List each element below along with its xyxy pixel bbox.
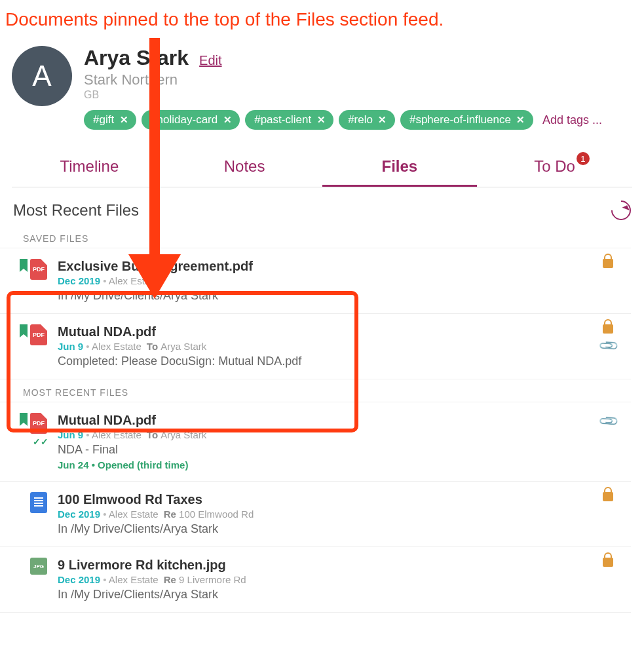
attachment-icon: 📎 [597,334,620,357]
profile-header: A Arya Stark Edit Stark Northern GB #gif… [0,34,644,130]
tag-label: #gift [93,113,114,126]
file-name: 100 Elmwood Rd Taxes [58,492,598,507]
tag-label: #relo [348,113,373,126]
svg-marker-1 [128,254,181,299]
tab-todo-label: To Do [534,157,575,175]
pdf-icon: PDF [30,324,47,345]
tag[interactable]: #past-client✕ [245,110,333,130]
tabs: Timeline Notes Files To Do 1 [12,157,632,187]
tag-remove-icon[interactable]: ✕ [221,114,233,126]
file-name: Mutual NDA.pdf [58,413,598,428]
file-name: Mutual NDA.pdf [58,324,598,339]
lock-icon [603,492,613,501]
pdf-icon: PDF [30,259,47,280]
bookmark-icon [20,259,28,272]
recent-files-label: MOST RECENT FILES [0,379,631,402]
todo-badge: 1 [577,152,590,165]
saved-files-label: SAVED FILES [0,225,631,248]
checkmark-icon: ✓✓ [33,436,48,447]
file-desc: In /My Drive/Clients/Arya Stark [58,522,598,536]
tag-remove-icon[interactable]: ✕ [377,114,388,126]
jpg-icon: JPG [30,558,47,575]
file-meta: Jun 9 • Alex EstateTo Arya Stark [58,429,598,440]
file-meta: Dec 2019 • Alex EstateRe 9 Livermore Rd [58,574,598,585]
tab-todo[interactable]: To Do 1 [477,157,632,187]
lock-icon [603,558,613,567]
doc-icon [30,492,47,513]
refresh-icon[interactable] [607,197,635,224]
file-row[interactable]: PDFExclusive Buyer agreement.pdfDec 2019… [0,248,631,314]
bookmark-icon [20,413,28,426]
file-name: 9 Livermore Rd kitchen.jpg [58,558,598,573]
annotation-text: Documents pinned to the top of the Files… [0,0,644,34]
file-desc: Completed: Please DocuSign: Mutual NDA.p… [58,355,598,368]
pdf-icon: PDF [30,413,47,434]
file-row[interactable]: 100 Elmwood Rd TaxesDec 2019 • Alex Esta… [0,482,631,547]
tag-label: #sphere-of-influence [409,113,511,126]
file-row[interactable]: PDFMutual NDA.pdfJun 9 • Alex EstateTo A… [0,314,631,379]
avatar[interactable]: A [12,46,72,106]
file-meta: Jun 9 • Alex EstateTo Arya Stark [58,341,598,352]
lock-icon [603,324,613,334]
attachment-icon: 📎 [597,410,620,432]
add-tags-link[interactable]: Add tags ... [539,113,602,127]
file-meta: Dec 2019 • Alex EstateRe 100 Elmwood Rd [58,508,598,520]
file-desc: In /My Drive/Clients/Arya Stark [58,588,598,602]
edit-link[interactable]: Edit [199,53,221,68]
tag-remove-icon[interactable]: ✕ [315,114,327,126]
tag-remove-icon[interactable]: ✕ [515,114,527,126]
file-row[interactable]: PDF✓✓Mutual NDA.pdfJun 9 • Alex EstateTo… [0,402,631,482]
bookmark-icon [20,324,28,337]
tag[interactable]: #relo✕ [339,110,395,130]
tag[interactable]: #sphere-of-influence✕ [400,110,533,130]
file-status: Jun 24 • Opened (third time) [58,459,598,470]
lock-icon [603,259,613,268]
file-row[interactable]: JPG9 Livermore Rd kitchen.jpgDec 2019 • … [0,547,631,613]
tab-files[interactable]: Files [322,157,478,187]
annotation-arrow [115,38,194,303]
file-desc: NDA - Final [58,443,598,457]
tag-label: #past-client [254,113,311,126]
